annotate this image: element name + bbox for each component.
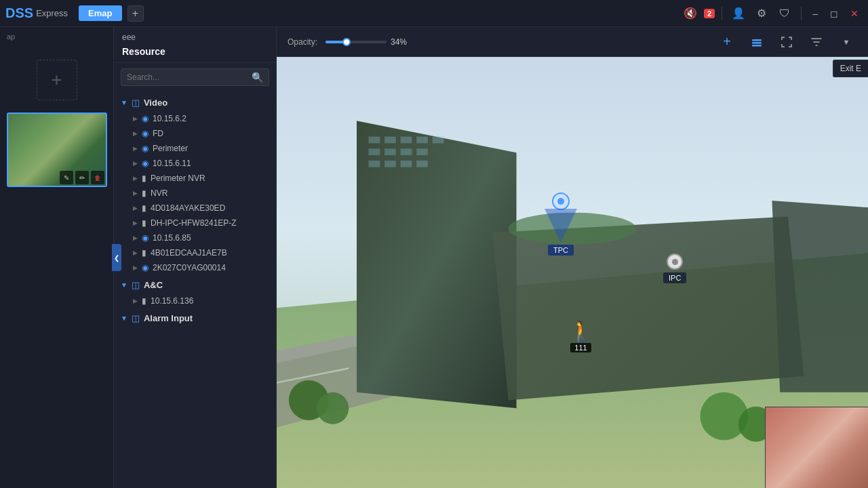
delete-thumb-button[interactable]: 🗑: [91, 171, 104, 184]
chevron-right-icon: ▶: [133, 298, 138, 304]
collapse-panel-button[interactable]: ❮: [112, 244, 121, 271]
search-input[interactable]: [121, 69, 246, 85]
svg-point-22: [509, 213, 636, 245]
opacity-thumb: [342, 38, 351, 46]
tree-item-perimeter-nvr[interactable]: ▶ ▮ Perimeter NVR: [114, 171, 276, 186]
add-tab-button[interactable]: +: [127, 5, 144, 22]
svg-rect-20: [416, 161, 427, 167]
svg-rect-10: [401, 137, 412, 143]
tree-item-4d01[interactable]: ▶ ▮ 4D0184AYAKE30ED: [114, 201, 276, 216]
opacity-value: 34%: [391, 37, 407, 47]
tree-item-dh-ipc[interactable]: ▶ ▮ DH-IPC-HFW8241EP-Z: [114, 216, 276, 230]
notification-badge[interactable]: 2: [704, 9, 715, 18]
settings-icon[interactable]: ⚙: [752, 4, 771, 23]
tree-item-nvr[interactable]: ▶ ▮ NVR: [114, 186, 276, 201]
more-options-button[interactable]: ▼: [835, 31, 857, 53]
chevron-right-icon: ▶: [133, 115, 138, 122]
tree-group-alarm: ▼ ◫ Alarm Input: [114, 310, 276, 327]
nvr-icon: ▮: [142, 174, 146, 183]
svg-rect-0: [752, 39, 762, 41]
nvr-icon: ▮: [142, 296, 146, 306]
map-canvas[interactable]: TPC IPC 🚶 111 Exit E: [277, 57, 868, 488]
chevron-right-icon: ▶: [133, 249, 138, 256]
tree-group-alarm-header[interactable]: ▼ ◫ Alarm Input: [114, 310, 276, 327]
svg-marker-7: [357, 121, 517, 408]
camera-icon: ◉: [142, 159, 149, 168]
opacity-slider[interactable]: [326, 41, 387, 43]
topbar: DSS Express Emap + 🔇 2 👤 ⚙ 🛡 – ◻ ✕: [0, 0, 868, 27]
emap-tab[interactable]: Emap: [79, 5, 121, 21]
edit-thumb-button[interactable]: ✎: [60, 171, 73, 184]
svg-rect-8: [369, 137, 380, 143]
alarm-group-label: Alarm Input: [144, 313, 193, 323]
svg-marker-21: [492, 217, 804, 401]
mute-icon[interactable]: 🔇: [681, 4, 700, 23]
chevron-down-icon: ▼: [121, 99, 127, 106]
svg-rect-15: [401, 148, 412, 155]
layers-button[interactable]: [746, 31, 768, 53]
tree-item-fd[interactable]: ▶ ◉ FD: [114, 126, 276, 141]
tree-item-10156-136[interactable]: ▶ ▮ 10.15.6.136: [114, 293, 276, 308]
chevron-right-icon: ▶: [133, 264, 138, 271]
chevron-down-icon: ▼: [121, 314, 127, 322]
fit-icon: [781, 36, 793, 48]
maximize-button[interactable]: ◻: [826, 8, 842, 19]
dss-logo-icon: DSS: [5, 5, 33, 21]
user-icon[interactable]: 👤: [729, 4, 748, 23]
map-toolbar: Opacity: 34% +: [277, 27, 868, 57]
camera-icon: ◉: [142, 114, 149, 123]
add-map-button[interactable]: +: [37, 60, 77, 100]
video-group-label: Video: [144, 98, 167, 108]
map-thumbnail-container: ✎ ✏ 🗑: [7, 113, 107, 187]
chevron-right-icon: ▶: [133, 175, 138, 182]
anc-group-label: A&C: [144, 280, 163, 290]
tree-item-10156-11[interactable]: ▶ ◉ 10.15.6.11: [114, 156, 276, 171]
anc-group-items: ▶ ▮ 10.15.6.136: [114, 293, 276, 308]
chevron-down-icon: ▼: [843, 38, 850, 46]
chevron-down-icon: ▼: [121, 281, 127, 289]
shield-icon[interactable]: 🛡: [775, 4, 794, 23]
filter-button[interactable]: [806, 31, 827, 53]
tree-item-perimeter[interactable]: ▶ ◉ Perimeter: [114, 141, 276, 156]
exit-button[interactable]: Exit E: [833, 60, 868, 77]
resource-panel: eee Resource 🔍 ▼ ◫ Video ▶ ◉ 10.15.6.2: [114, 27, 277, 488]
video-group-icon: ◫: [132, 98, 140, 108]
tree-item-10156-2[interactable]: ▶ ◉ 10.15.6.2: [114, 111, 276, 126]
tree-group-anc: ▼ ◫ A&C ▶ ▮ 10.15.6.136: [114, 277, 276, 308]
chevron-right-icon: ▶: [133, 220, 138, 226]
alarm-group-icon: ◫: [132, 313, 140, 323]
chevron-right-icon: ▶: [133, 235, 138, 241]
tree-item-2k027[interactable]: ▶ ◉ 2K027C0YAG00014: [114, 260, 276, 275]
camera-icon: ◉: [142, 233, 149, 243]
rename-thumb-button[interactable]: ✏: [75, 171, 89, 184]
svg-rect-14: [384, 148, 395, 155]
add-element-button[interactable]: +: [716, 31, 738, 53]
mini-preview-image: [766, 407, 868, 488]
minimize-button[interactable]: –: [808, 8, 822, 19]
topbar-divider2: [801, 7, 802, 20]
tree-item-10156-85[interactable]: ▶ ◉ 10.15.6.85: [114, 230, 276, 245]
chevron-right-icon: ▶: [133, 130, 138, 137]
map-name-label: ap: [7, 33, 15, 41]
video-group-items: ▶ ◉ 10.15.6.2 ▶ ◉ FD ▶ ◉ Perimeter: [114, 111, 276, 275]
opacity-slider-container: 34%: [326, 37, 407, 47]
map-thumbnail-panel: ap + ✎ ✏ 🗑 ❮: [0, 27, 114, 488]
nvr-icon: ▮: [142, 203, 146, 213]
svg-rect-19: [401, 161, 412, 167]
resource-tree: ▼ ◫ Video ▶ ◉ 10.15.6.2 ▶ ◉ FD: [114, 92, 276, 488]
tree-group-anc-header[interactable]: ▼ ◫ A&C: [114, 277, 276, 293]
svg-rect-9: [384, 137, 395, 143]
camera-icon: ◉: [142, 129, 149, 138]
nvr-icon: ▮: [142, 248, 146, 258]
mini-map-preview[interactable]: [765, 407, 868, 488]
camera-icon: ◉: [142, 263, 149, 272]
close-button[interactable]: ✕: [846, 8, 863, 19]
camera-icon: ◉: [142, 144, 149, 153]
fit-view-button[interactable]: [776, 31, 797, 53]
tree-group-video-header[interactable]: ▼ ◫ Video: [114, 94, 276, 111]
tree-item-4b01[interactable]: ▶ ▮ 4B01EDCAAJ1AE7B: [114, 245, 276, 260]
search-button[interactable]: 🔍: [246, 69, 269, 85]
nvr-icon: ▮: [142, 188, 146, 198]
svg-rect-18: [384, 161, 395, 167]
layers-icon: [751, 36, 763, 48]
